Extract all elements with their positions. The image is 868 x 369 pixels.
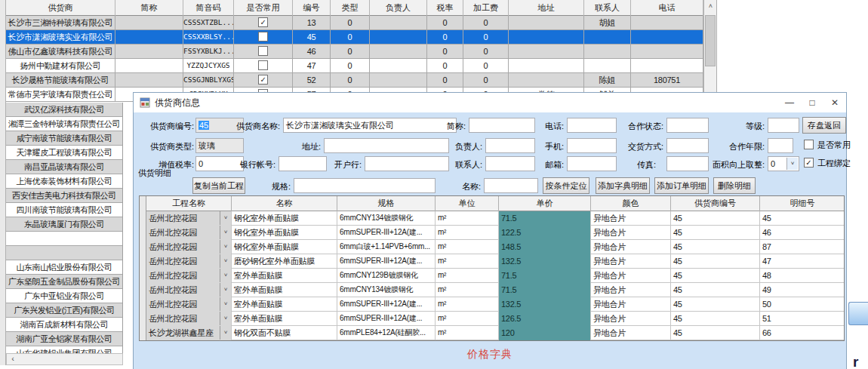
grade-input[interactable]: [768, 118, 799, 133]
table-row[interactable]: 长沙市三湘特种玻璃有限公司 CSSSXTZBL... ✓ 13 0 0 0 胡姐: [6, 16, 703, 30]
scrollbar-thumb[interactable]: [705, 15, 716, 66]
fax-input[interactable]: [666, 156, 709, 171]
bank-account-input[interactable]: [279, 156, 327, 171]
col-header-project[interactable]: 工程名称: [146, 196, 232, 211]
col-header-detail-no[interactable]: 明细号: [760, 196, 845, 211]
detail-row[interactable]: 岳州北控花园˅ 钢化室外单面贴膜 6mmSUPER-III+12A(建... m…: [146, 226, 845, 240]
project-combobox[interactable]: 岳州北控花园˅: [146, 269, 232, 283]
coop-years-input[interactable]: [768, 138, 793, 153]
project-combobox[interactable]: 岳州北控花园˅: [146, 283, 232, 297]
list-item[interactable]: [6, 232, 122, 246]
maximize-button[interactable]: □: [801, 94, 823, 112]
table-row[interactable]: 长沙晟格节能玻璃有限公司 CSSGJNBLYXGS ✓ 52 0 0 0 陈姐 …: [6, 73, 703, 88]
list-item[interactable]: 山东华建铝业集团有限公司: [6, 346, 122, 353]
col-header-type[interactable]: 类型: [331, 0, 370, 16]
coop-status-input[interactable]: [666, 118, 709, 133]
list-item[interactable]: 湖南广亚全铝家居有限公司: [6, 332, 122, 346]
minimize-button[interactable]: —: [778, 94, 801, 112]
list-item[interactable]: 山东南山铝业股份有限公司: [6, 260, 122, 275]
col-header-common[interactable]: 是否常用: [234, 0, 293, 16]
common-checkbox[interactable]: ✓: [258, 17, 268, 27]
detail-row[interactable]: 岳州北控花园˅ 室外单面贴膜 6mmSUPER-III+12A(建... m² …: [146, 297, 845, 312]
project-combobox[interactable]: 岳州北控花园˅: [146, 312, 232, 326]
col-header-address[interactable]: 地址: [509, 0, 584, 16]
list-item[interactable]: 西安佳吉美电力科技有限公司: [6, 189, 122, 203]
email-input[interactable]: [567, 156, 617, 171]
contact-input[interactable]: [485, 156, 535, 171]
col-header-fee[interactable]: 加工费: [463, 0, 509, 16]
save-return-button[interactable]: 存盘返回: [802, 117, 846, 134]
chevron-down-icon[interactable]: ˅: [220, 326, 231, 340]
common-checkbox[interactable]: [258, 46, 268, 56]
chevron-down-icon[interactable]: ˅: [220, 254, 231, 268]
list-item[interactable]: 湖南百成新材料有限公司: [6, 318, 122, 332]
col-header-short[interactable]: 简称: [115, 0, 183, 16]
col-header-contact[interactable]: 联系人: [584, 0, 631, 16]
detail-row[interactable]: 岳州北控花园˅ 室外单面贴膜 6mmSUPER-III+12A(建... m² …: [146, 312, 845, 326]
copy-current-project-button[interactable]: 复制当前工程: [192, 177, 245, 194]
dialog-titlebar[interactable]: 供货商信息 — □ ✕: [134, 93, 846, 112]
address-input[interactable]: [324, 138, 449, 153]
horizontal-scrollbar[interactable]: ‹: [6, 353, 123, 365]
table-row[interactable]: 长沙市潇湘玻璃实业有限公司 CSSXXBLSY... 45 0 0 0: [6, 30, 703, 45]
col-header-unit[interactable]: 单位: [436, 196, 499, 211]
chevron-down-icon[interactable]: ˅: [220, 283, 231, 297]
col-header-taxrate[interactable]: 税率: [427, 0, 463, 16]
chevron-down-icon[interactable]: ˅: [220, 211, 231, 225]
chevron-down-icon[interactable]: ˅: [786, 158, 798, 170]
vertical-scrollbar[interactable]: ˄: [703, 0, 716, 103]
scroll-left-icon[interactable]: ‹: [7, 354, 19, 364]
chevron-down-icon[interactable]: ˅: [220, 297, 231, 311]
project-combobox[interactable]: 岳州北控花园˅: [146, 226, 232, 240]
bank-input[interactable]: [365, 156, 449, 171]
supplier-type-input[interactable]: 玻璃: [195, 138, 244, 153]
col-header-color[interactable]: 颜色: [591, 196, 671, 211]
common-checkbox[interactable]: [258, 32, 268, 42]
detail-row[interactable]: 岳州北控花园˅ 磨砂钢化室外单面贴膜 6mmSUPER-III+12A(建...…: [146, 254, 845, 269]
chevron-down-icon[interactable]: ˅: [220, 226, 231, 239]
common-checkbox[interactable]: [258, 60, 268, 70]
project-combobox[interactable]: 岳州北控花园˅: [146, 211, 232, 226]
list-item[interactable]: [6, 246, 122, 260]
chevron-down-icon[interactable]: ˅: [220, 269, 231, 282]
name-filter-input[interactable]: [484, 178, 538, 193]
supplier-name-input[interactable]: 长沙市潇湘玻璃实业有限公司: [283, 118, 457, 133]
add-dictionary-detail-button[interactable]: 添加字典明细: [596, 177, 650, 194]
detail-row[interactable]: 长沙龙湖祺鑫星座˅ 钢化双面不贴膜 6mmPLE84+12A(硅酮胶... m²…: [146, 326, 845, 340]
list-item[interactable]: 广东中亚铝业有限公司: [6, 289, 122, 303]
list-item[interactable]: 湘潭三金特种玻璃有限责任公司: [6, 117, 122, 131]
common-checkbox[interactable]: ✓: [258, 75, 268, 85]
list-item[interactable]: 天津耀皮工程玻璃有限公司: [6, 146, 122, 160]
list-item[interactable]: 广东兴发铝业(江西)有限公司: [6, 303, 122, 318]
list-item[interactable]: 东晶玻璃厦门有限公司: [6, 217, 122, 232]
col-header-number[interactable]: 编号: [293, 0, 331, 16]
phone-input[interactable]: [567, 118, 617, 133]
chevron-down-icon[interactable]: ˅: [220, 312, 231, 325]
project-combobox[interactable]: 岳州北控花园˅: [146, 297, 232, 312]
common-use-checkbox[interactable]: [804, 140, 814, 149]
list-item[interactable]: 武汉亿深科技有限公司: [6, 103, 122, 117]
add-order-detail-button[interactable]: 添加订单明细: [654, 177, 709, 194]
project-combobox[interactable]: 岳州北控花园˅: [146, 254, 232, 269]
chevron-down-icon[interactable]: ˅: [220, 240, 231, 254]
locate-by-condition-button[interactable]: 按条件定位: [543, 177, 589, 194]
col-header-phone[interactable]: 电话: [631, 0, 703, 16]
detail-row[interactable]: 岳州北控花园˅ 钢化室外单面贴膜 6mm白玻+1.14PVB+6mm... m²…: [146, 240, 845, 254]
col-header-spec[interactable]: 规格: [337, 196, 436, 211]
list-item[interactable]: 广东坚朗五金制品股份有限公司: [6, 275, 122, 289]
delivery-input[interactable]: [666, 138, 709, 153]
close-button[interactable]: ✕: [823, 94, 846, 112]
list-item[interactable]: 咸宁南玻节能玻璃有限公司: [6, 131, 122, 146]
project-binding-checkbox[interactable]: ✓: [804, 158, 814, 168]
col-header-code[interactable]: 简音码: [183, 0, 234, 16]
table-row[interactable]: 佛山市亿鑫玻璃科技有限公司 FSSYXBLKJ... 46 0 0 0: [6, 45, 703, 59]
detail-row[interactable]: 岳州北控花园˅ 室外单面贴膜 6mmCNY129B镀膜钢化 m² 71.5 异地…: [146, 269, 845, 283]
list-item[interactable]: 南昌亚晶玻璃有限公司: [6, 160, 122, 174]
manager-input[interactable]: [485, 138, 535, 153]
scroll-up-icon[interactable]: ˄: [704, 0, 717, 13]
short-name-input[interactable]: [469, 118, 535, 133]
spec-filter-input[interactable]: [294, 178, 436, 193]
area-round-combobox[interactable]: 0˅: [768, 156, 799, 171]
detail-row[interactable]: 岳州北控花园˅ 室外单面贴膜 6mmCNY134镀膜钢化 m² 71.5 异地合…: [146, 283, 845, 297]
col-header-supplier-no[interactable]: 供货商编号: [671, 196, 760, 211]
